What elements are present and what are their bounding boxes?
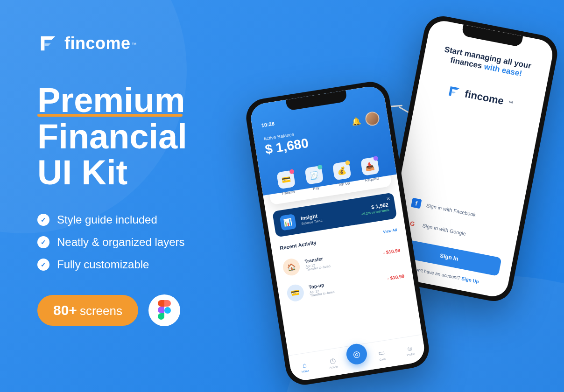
tab-card[interactable]: ▭Card: [367, 346, 397, 363]
screens-badge: 80+screens: [37, 295, 138, 326]
view-all-link[interactable]: View All: [383, 228, 397, 234]
trademark: ™: [132, 42, 137, 47]
activity-amount: - $10.99: [383, 247, 401, 255]
recent-activity-title: Recent Activity: [280, 239, 317, 251]
bell-icon[interactable]: 🔔: [351, 116, 362, 126]
figma-icon: [148, 294, 180, 326]
profile-icon: ☺: [406, 344, 414, 353]
topup-icon: 💳: [286, 283, 305, 302]
welcome-title: Start managing all yourfinances with eas…: [434, 43, 540, 82]
chart-icon: 📊: [280, 214, 297, 231]
transfer-icon: 💳: [276, 170, 296, 189]
tab-profile[interactable]: ☺Profile: [395, 342, 425, 358]
brand-logo-icon: [37, 33, 59, 54]
welcome-logo: fincome™: [428, 80, 533, 114]
brand-logo-icon: [446, 84, 463, 100]
fab-button[interactable]: ◎: [345, 342, 368, 365]
activity-amount: - $10.99: [387, 273, 405, 281]
phone-mockup-home: 10:28 Active Balance $ 1,680 🔔 💳Transfer…: [243, 79, 431, 388]
activity-icon: ◷: [329, 356, 337, 365]
request-icon: 📥: [360, 157, 380, 176]
brand-name: fincome: [64, 34, 131, 53]
home-icon: ⌂: [302, 361, 307, 369]
facebook-icon: f: [411, 198, 422, 209]
pay-icon: 🧾: [304, 166, 324, 185]
tab-home[interactable]: ⌂Home: [289, 359, 320, 375]
check-icon: ✓: [37, 236, 49, 248]
topup-icon: 💰: [332, 161, 352, 180]
close-icon[interactable]: ✕: [386, 196, 391, 202]
tab-bar: ⌂Home ◷Activity ◎ ▭Card ☺Profile: [289, 334, 427, 382]
check-icon: ✓: [37, 214, 49, 226]
card-icon: ▭: [378, 348, 386, 357]
transfer-icon: 🏠: [282, 258, 301, 277]
tab-activity[interactable]: ◷Activity: [318, 354, 348, 371]
svg-point-0: [164, 307, 171, 314]
check-icon: ✓: [37, 259, 49, 271]
